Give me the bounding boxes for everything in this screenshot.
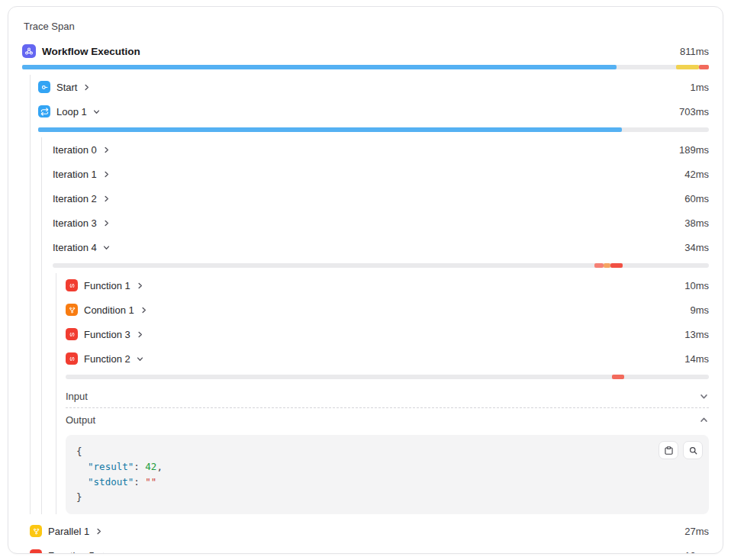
panel-title: Trace Span xyxy=(24,21,709,32)
iteration-4-children: Function 1 10ms Condition 1 9ms xyxy=(56,273,709,514)
function-icon xyxy=(66,352,78,365)
chevron-down-icon[interactable] xyxy=(92,108,101,116)
input-section-header[interactable]: Input xyxy=(66,385,709,408)
span-row-parallel-1[interactable]: Parallel 1 27ms xyxy=(30,519,709,543)
chevron-down-icon[interactable] xyxy=(136,355,144,363)
span-duration: 38ms xyxy=(684,217,709,229)
chevron-right-icon[interactable] xyxy=(100,552,108,555)
output-section-label: Output xyxy=(66,414,95,426)
span-duration: 42ms xyxy=(684,169,709,180)
span-row-loop-1[interactable]: Loop 1 703ms xyxy=(38,99,709,124)
workflow-timeline-bar xyxy=(22,65,709,69)
chevron-right-icon[interactable] xyxy=(102,219,111,227)
span-row-iteration-2[interactable]: Iteration 2 60ms xyxy=(53,186,709,211)
span-row-condition-1[interactable]: Condition 1 9ms xyxy=(66,298,709,322)
trace-span-panel: Trace Span Workflow Execution 811ms Star… xyxy=(8,6,723,554)
span-duration: 34ms xyxy=(684,242,709,253)
output-section-header[interactable]: Output xyxy=(66,408,709,432)
span-row-function-5[interactable]: Function 5 10ms xyxy=(30,543,709,554)
loop-children: Iteration 0 189ms Iteration 1 42ms Itera… xyxy=(41,137,709,514)
chevron-right-icon[interactable] xyxy=(82,83,91,92)
parallel-icon xyxy=(30,525,42,537)
span-label: Iteration 2 xyxy=(53,193,97,204)
span-row-iteration-1[interactable]: Iteration 1 42ms xyxy=(53,162,709,186)
span-label: Function 2 xyxy=(84,353,130,365)
span-label: Condition 1 xyxy=(84,304,134,316)
span-label: Function 5 xyxy=(48,550,95,555)
span-row-iteration-0[interactable]: Iteration 0 189ms xyxy=(53,137,709,162)
span-duration: 60ms xyxy=(684,193,709,204)
search-button[interactable] xyxy=(683,441,703,459)
span-row-workflow-execution[interactable]: Workflow Execution 811ms xyxy=(22,41,709,61)
code-actions xyxy=(659,441,703,459)
iteration-4-timeline-bar xyxy=(53,263,709,268)
span-row-iteration-3[interactable]: Iteration 3 38ms xyxy=(53,211,709,235)
start-icon xyxy=(38,81,50,93)
span-label: Workflow Execution xyxy=(42,46,140,57)
span-duration: 10ms xyxy=(684,550,709,555)
output-code-block: { "result": 42, "stdout": "" } xyxy=(66,435,709,514)
span-duration: 1ms xyxy=(690,82,709,93)
function-2-timeline-bar xyxy=(66,375,709,379)
workflow-children: Start 1ms Loop 1 703ms Iteration 0 xyxy=(30,75,709,514)
chevron-right-icon[interactable] xyxy=(140,306,148,314)
copy-icon xyxy=(664,446,674,455)
input-section-label: Input xyxy=(66,391,88,402)
span-row-function-2[interactable]: Function 2 14ms xyxy=(66,346,709,371)
span-label: Iteration 0 xyxy=(53,144,97,156)
span-label: Start xyxy=(56,82,77,93)
loop-timeline-bar xyxy=(38,127,709,132)
condition-icon xyxy=(66,304,78,316)
span-row-function-3[interactable]: Function 3 13ms xyxy=(66,322,709,346)
span-duration: 811ms xyxy=(680,46,709,57)
span-label: Function 3 xyxy=(84,329,130,340)
chevron-right-icon[interactable] xyxy=(102,146,111,154)
span-duration: 189ms xyxy=(679,144,709,156)
chevron-right-icon[interactable] xyxy=(102,195,111,203)
span-duration: 10ms xyxy=(684,280,709,291)
span-duration: 14ms xyxy=(684,353,709,365)
copy-button[interactable] xyxy=(659,441,678,459)
span-label: Loop 1 xyxy=(56,106,87,117)
chevron-right-icon[interactable] xyxy=(136,330,144,339)
span-label: Iteration 3 xyxy=(53,217,97,229)
function-icon xyxy=(66,279,78,291)
chevron-down-icon[interactable] xyxy=(699,391,709,401)
span-duration: 703ms xyxy=(679,106,709,117)
search-icon xyxy=(688,446,698,455)
span-duration: 9ms xyxy=(690,304,709,316)
function-icon xyxy=(30,549,42,554)
workflow-icon xyxy=(22,44,36,58)
chevron-up-icon[interactable] xyxy=(699,415,709,425)
loop-icon xyxy=(38,105,50,117)
span-label: Function 1 xyxy=(84,280,130,291)
span-duration: 27ms xyxy=(684,526,709,537)
chevron-right-icon[interactable] xyxy=(102,170,111,179)
function-icon xyxy=(66,328,78,340)
span-label: Iteration 4 xyxy=(53,242,97,253)
chevron-down-icon[interactable] xyxy=(102,243,111,252)
span-label: Parallel 1 xyxy=(48,526,89,537)
output-json: { "result": 42, "stdout": "" } xyxy=(76,444,698,505)
span-label: Iteration 1 xyxy=(53,169,97,180)
span-duration: 13ms xyxy=(684,329,709,340)
span-row-iteration-4[interactable]: Iteration 4 34ms xyxy=(53,235,709,259)
chevron-right-icon[interactable] xyxy=(95,527,103,536)
chevron-right-icon[interactable] xyxy=(136,282,144,290)
span-row-start[interactable]: Start 1ms xyxy=(38,75,709,99)
span-row-function-1[interactable]: Function 1 10ms xyxy=(66,273,709,298)
